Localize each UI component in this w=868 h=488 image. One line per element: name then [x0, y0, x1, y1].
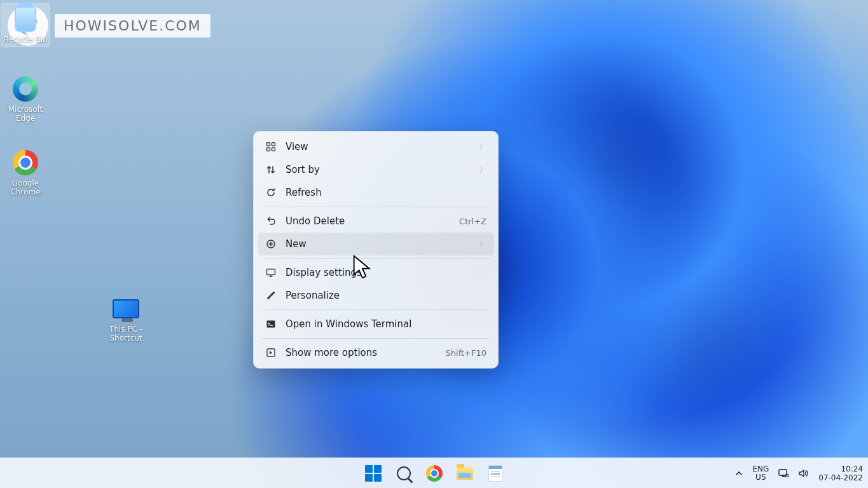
chevron-right-icon: 〉 [479, 142, 486, 152]
chrome-icon [426, 465, 443, 482]
network-button[interactable] [778, 468, 789, 478]
chrome-taskbar-button[interactable] [425, 464, 444, 483]
menu-separator [261, 338, 490, 339]
grid-icon [265, 142, 277, 152]
menu-sort-by[interactable]: Sort by 〉 [258, 158, 494, 181]
this-pc-label: This PC - Shortcut [102, 325, 150, 342]
search-button[interactable] [394, 464, 413, 483]
chevron-right-icon: 〉 [479, 240, 486, 249]
clock[interactable]: 10:24 07-04-2022 [818, 464, 863, 482]
tray-overflow-button[interactable] [734, 469, 743, 478]
volume-icon [798, 468, 809, 478]
menu-undo-delete[interactable]: Undo Delete Ctrl+Z [258, 210, 494, 233]
svg-rect-5 [272, 148, 275, 151]
taskbar-center [364, 464, 505, 483]
start-icon [365, 465, 382, 482]
taskbar: ENG US 10:24 07-04-2022 [0, 458, 868, 488]
menu-undo-delete-label: Undo Delete [286, 215, 450, 227]
desktop-context-menu: View 〉 Sort by 〉 Refresh [253, 131, 499, 369]
menu-display-settings[interactable]: Display settings [258, 261, 494, 284]
notepad-button[interactable] [486, 464, 505, 483]
menu-more-shortcut: Shift+F10 [446, 348, 486, 358]
menu-view-label: View [286, 141, 471, 152]
microsoft-edge-icon[interactable]: Microsoft Edge [1, 75, 50, 123]
language-bottom: US [752, 473, 769, 482]
system-tray: ENG US 10:24 07-04-2022 [734, 458, 863, 488]
language-top: ENG [752, 465, 769, 473]
menu-separator [261, 309, 490, 310]
sort-icon [265, 165, 277, 175]
recycle-bin-label: Recycle Bin [3, 35, 47, 44]
start-button[interactable] [364, 464, 383, 483]
menu-sort-by-label: Sort by [286, 164, 471, 175]
file-explorer-button[interactable] [455, 464, 474, 483]
this-pc-shortcut-icon[interactable]: This PC - Shortcut [102, 295, 150, 342]
menu-more-label: Show more options [286, 347, 437, 358]
clock-date: 07-04-2022 [818, 473, 863, 482]
menu-display-label: Display settings [286, 267, 486, 278]
menu-open-terminal[interactable]: Open in Windows Terminal [258, 313, 494, 336]
google-chrome-label: Google Chrome [1, 179, 50, 196]
svg-rect-10 [779, 470, 787, 475]
desktop[interactable]: HOWISOLVE.COM Recycle Bin Microsoft Edge… [0, 0, 868, 488]
menu-terminal-label: Open in Windows Terminal [286, 318, 486, 330]
chevron-up-icon [734, 469, 743, 478]
recycle-bin-icon[interactable]: Recycle Bin [1, 4, 50, 46]
svg-rect-4 [267, 148, 270, 151]
brush-icon [265, 290, 277, 301]
terminal-icon [265, 319, 277, 329]
network-icon [778, 468, 789, 478]
menu-separator [261, 258, 490, 259]
menu-personalize[interactable]: Personalize [258, 284, 494, 307]
microsoft-edge-label: Microsoft Edge [1, 105, 50, 123]
svg-rect-2 [267, 143, 270, 146]
svg-rect-7 [267, 269, 275, 275]
undo-icon [265, 216, 277, 226]
menu-refresh[interactable]: Refresh [258, 181, 494, 204]
refresh-icon [265, 187, 277, 198]
new-icon [265, 239, 277, 249]
svg-rect-3 [272, 143, 275, 146]
more-options-icon [265, 348, 277, 358]
clock-time: 10:24 [818, 464, 863, 473]
search-icon [397, 466, 411, 480]
volume-button[interactable] [798, 468, 809, 478]
notepad-icon [488, 465, 502, 482]
menu-new-label: New [286, 238, 471, 250]
menu-separator [261, 207, 490, 207]
display-icon [265, 268, 277, 278]
watermark-text: HOWISOLVE.COM [55, 14, 210, 37]
google-chrome-icon[interactable]: Google Chrome [1, 149, 50, 196]
menu-new[interactable]: New 〉 [258, 233, 494, 255]
menu-personalize-label: Personalize [286, 290, 486, 301]
menu-undo-shortcut: Ctrl+Z [459, 217, 486, 226]
language-indicator[interactable]: ENG US [752, 465, 769, 482]
menu-show-more-options[interactable]: Show more options Shift+F10 [258, 341, 494, 364]
chevron-right-icon: 〉 [479, 165, 486, 175]
svg-rect-8 [267, 321, 275, 328]
menu-view[interactable]: View 〉 [258, 135, 494, 158]
folder-icon [457, 467, 473, 480]
menu-refresh-label: Refresh [286, 187, 486, 198]
